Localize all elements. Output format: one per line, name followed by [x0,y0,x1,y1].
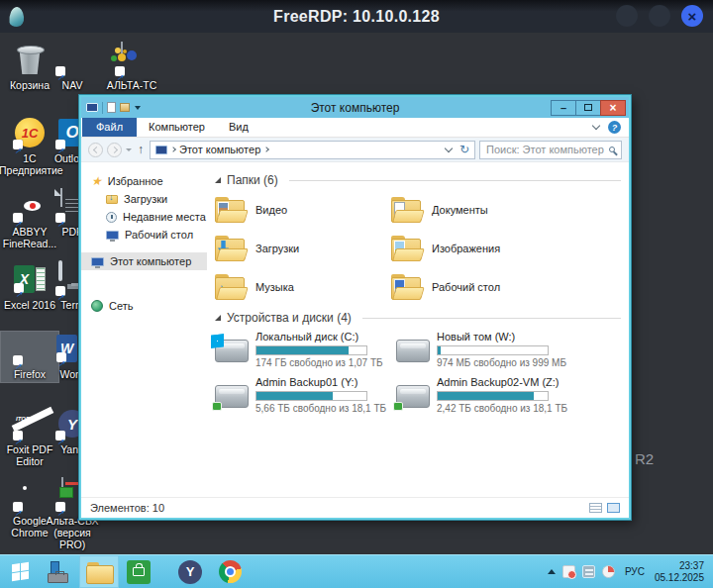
taskbar-yandex-browser[interactable] [170,555,210,588]
folders-group-header[interactable]: Папки (6) [215,173,621,187]
qat-properties-icon[interactable] [120,103,130,112]
collapse-triangle-icon[interactable] [215,177,221,183]
drive-item-w[interactable]: Новый том (W:) 974 МБ свободно из 999 МБ [396,331,577,368]
address-dropdown-icon[interactable] [445,144,453,151]
alta-tc-icon [115,43,149,76]
navigation-pane: ★ Избранное Загрузки Недавние места Рабо… [81,162,207,497]
back-button[interactable] [88,143,103,157]
nav-icon [55,43,89,76]
sidebar-item-recent-places[interactable]: Недавние места [81,208,207,226]
windows-flag-icon [211,334,224,347]
drive-item-y[interactable]: Admin Backup01 (Y:) 5,66 ТБ свободно из … [215,376,396,414]
shortcut-arrow-icon [55,502,65,512]
search-icon[interactable] [609,147,615,152]
network-drive-icon [396,385,430,408]
ribbon-right-controls: ? [593,118,629,137]
drive-item-c[interactable]: Локальный диск (C:) 174 ГБ свободно из 1… [215,331,396,368]
quick-access-toolbar [81,102,141,114]
details-view-icon[interactable] [589,503,602,513]
shortcut-arrow-icon [55,66,65,76]
drives-group-header[interactable]: Устройства и диски (4) [215,311,621,325]
help-icon[interactable]: ? [608,121,621,134]
yandex-browser-icon [178,560,202,584]
explorer-window: Этот компьютер Файл Компьютер Вид ? ↑ [79,95,631,520]
collapse-triangle-icon[interactable] [215,315,221,321]
desktop-icon-label: АЛЬТА-ТС [107,79,157,91]
start-button[interactable] [0,555,40,588]
forward-button[interactable] [107,143,122,157]
tray-expand-icon[interactable] [548,569,556,574]
up-button[interactable]: ↑ [138,144,144,155]
desktop-icon-nav[interactable]: NAV [44,43,101,91]
window-titlebar[interactable]: Этот компьютер [81,97,629,118]
1c-icon [13,116,47,149]
folder-item-downloads[interactable]: Загрузки [215,232,391,264]
tab-file[interactable]: Файл [82,118,137,137]
separator [102,102,103,114]
tab-view[interactable]: Вид [217,118,260,137]
desktop-folder-icon [391,274,421,300]
sidebar-item-downloads[interactable]: Загрузки [81,190,207,208]
divider [289,180,621,181]
folder-item-documents[interactable]: Документы [391,193,567,226]
thumbnails-view-icon[interactable] [607,503,620,513]
clock[interactable]: 23:37 05.12.2025 [655,560,704,584]
shortcut-arrow-icon [13,502,23,512]
taskbar-store[interactable] [119,555,158,588]
rdp-minimize-button[interactable] [616,5,638,27]
computer-icon [155,146,167,154]
sidebar-item-network[interactable]: Сеть [81,297,207,315]
tray-input-icon[interactable] [582,565,595,578]
search-input[interactable]: Поиск: Этот компьютер [479,141,622,159]
downloads-folder-icon [106,195,118,204]
taskbar-chrome[interactable] [210,555,250,588]
breadcrumb-arrow-icon[interactable] [170,147,176,152]
ribbon-collapse-icon[interactable] [592,122,600,130]
tab-computer[interactable]: Компьютер [137,118,217,137]
shortcut-arrow-icon [55,140,65,149]
breadcrumb[interactable]: Этот компьютер [179,144,260,155]
window-title: Этот компьютер [81,101,629,115]
shortcut-arrow-icon [13,431,23,441]
refresh-icon[interactable]: ↻ [459,144,469,155]
tray-notification-icon[interactable] [562,565,575,578]
rdp-window-controls [616,5,703,27]
minimize-button[interactable] [551,100,576,116]
tray-status-icon[interactable] [602,565,615,578]
folder-item-desktop[interactable]: Рабочий стол [391,270,567,303]
freerdp-app-icon [8,6,25,27]
address-bar[interactable]: Этот компьютер ↻ [150,141,475,159]
folder-item-pictures[interactable]: Изображения [391,232,567,264]
maximize-button[interactable] [575,100,601,116]
window-controls [552,100,629,116]
taskbar-server-manager[interactable] [40,555,79,588]
computer-icon [86,103,98,112]
folder-item-music[interactable]: Музыка [215,270,391,303]
taskbar-file-explorer[interactable] [79,555,119,588]
qat-new-folder-icon[interactable] [107,102,116,113]
pictures-folder-icon [391,236,421,261]
breadcrumb-arrow-icon[interactable] [263,147,269,152]
drive-usage-bar [437,391,549,401]
folders-grid: Видео Документы Загрузки Изображения [215,193,621,303]
computer-icon [91,257,104,266]
recent-places-icon [106,212,117,223]
sidebar-item-desktop[interactable]: Рабочий стол [81,226,207,244]
divider [362,318,621,319]
desktop-icon-alta-tc[interactable]: АЛЬТА-ТС [103,43,160,91]
rdp-maximize-button[interactable] [649,5,670,27]
sidebar-item-this-pc[interactable]: Этот компьютер [81,252,207,270]
rdp-close-button[interactable] [681,5,703,27]
folder-item-video[interactable]: Видео [215,193,391,226]
address-toolbar: ↑ Этот компьютер ↻ Поиск: Этот компьютер [81,138,629,162]
qat-dropdown-icon[interactable] [135,106,141,110]
language-indicator[interactable]: РУС [625,566,645,577]
taskbar-spacer [158,555,170,588]
history-dropdown-icon[interactable] [126,148,132,151]
shortcut-arrow-icon [56,352,66,362]
sidebar-item-favorites[interactable]: ★ Избранное [81,172,207,190]
desktop-icon [106,231,119,240]
video-folder-icon [215,197,245,223]
drive-item-z[interactable]: Admin Backup02-VM (Z:) 2,42 ТБ свободно … [396,376,577,414]
close-button[interactable] [600,100,626,116]
